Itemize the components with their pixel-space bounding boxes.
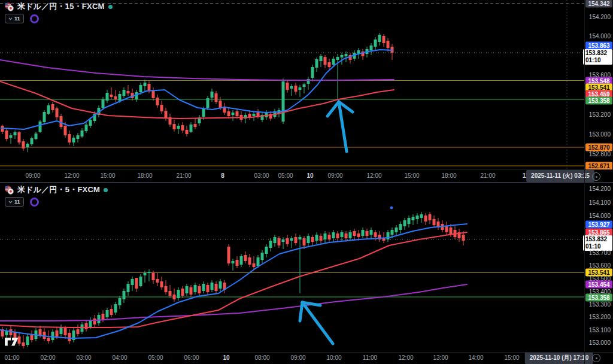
time-tick-label: 21:00	[480, 172, 495, 179]
realtime-clock-button[interactable]	[592, 172, 600, 181]
price-tick-label: 153.700	[589, 250, 611, 256]
time-tick-label: 8	[221, 172, 224, 179]
price-level-badge: 153.927	[585, 221, 612, 229]
price-tick-label: 153.200	[589, 314, 611, 320]
price-level-badge: 154.342	[585, 0, 612, 8]
current-price-badge: 153.83201:10	[583, 235, 612, 251]
time-tick-label: 05:00	[278, 172, 293, 179]
price-tick-label: 153.300	[589, 301, 611, 308]
time-tick-label: 02:00	[40, 354, 55, 361]
usdjpy-flag-icon	[5, 2, 14, 11]
indicator-count-label: 11	[14, 199, 20, 205]
price-tick-label: 154.200	[589, 14, 611, 20]
price-level-badge: 153.863	[585, 42, 612, 50]
usdjpy-flag-icon	[5, 186, 14, 195]
time-axis-panel1[interactable]: 09:0012:0015:0018:0021:00803:0005:001009…	[0, 172, 584, 181]
panel1-axis-divider	[0, 169, 613, 170]
time-tick-label: 09:00	[327, 172, 342, 179]
price-tick-label: 153.000	[589, 131, 611, 138]
time-tick-label: 12:00	[64, 172, 79, 179]
time-tick-label: 10:00	[326, 354, 341, 361]
price-tick-label: 153.200	[589, 111, 611, 118]
time-tick-label: 18:00	[137, 172, 152, 179]
market-status-dot	[104, 188, 108, 192]
chevron-down-icon	[8, 201, 13, 204]
time-tick-label: 12:00	[398, 354, 413, 361]
time-tick-label: 14:00	[468, 354, 483, 361]
loading-spinner-icon	[30, 198, 39, 207]
market-status-dot	[108, 5, 113, 9]
tradingview-watermark-icon	[5, 338, 20, 348]
axis-column-separator	[584, 0, 585, 364]
time-tick-label: 04:00	[112, 354, 127, 361]
panel-separator[interactable]	[0, 182, 613, 183]
symbol-title[interactable]: 米ドル／円・5・FXCM	[17, 184, 100, 195]
time-tick-label: 13:00	[433, 354, 448, 361]
price-tick-label: 154.100	[589, 199, 611, 206]
time-tick-label: 09:00	[290, 354, 305, 361]
time-tick-label: 03:00	[76, 354, 91, 361]
time-tick-label: 15:00	[100, 172, 115, 179]
price-tick-label: 153.000	[589, 339, 611, 346]
red-ma	[0, 81, 394, 119]
candles	[1, 33, 394, 152]
indicator-count-button[interactable]: 11	[5, 14, 24, 23]
price-tick-label: 153.100	[589, 327, 611, 333]
time-tick-label: 01:00	[4, 354, 19, 361]
time-tick-label: 09:00	[25, 172, 40, 179]
panel2-plot[interactable]	[0, 207, 584, 348]
time-tick-label: 11:00	[363, 354, 377, 361]
realtime-clock-button[interactable]	[592, 354, 600, 362]
panel1-plot[interactable]	[0, 0, 584, 169]
time-tick-label: 15:00	[504, 354, 519, 361]
price-tick-label: 154.000	[589, 213, 611, 219]
time-tick-label: 10	[306, 172, 313, 179]
price-tick-label: 153.600	[589, 262, 611, 269]
time-tick-label: 21:00	[176, 172, 191, 179]
symbol-title[interactable]: 米ドル／円・15・FXCM	[17, 1, 105, 12]
chevron-down-icon	[8, 17, 13, 20]
price-tick-label: 154.200	[589, 186, 611, 192]
time-tick-label: 08:00	[254, 354, 269, 361]
indicator-count-label: 11	[14, 16, 20, 22]
time-tick-label: 06:00	[184, 354, 199, 361]
current-price-badge: 153.83201:10	[583, 49, 612, 65]
drawn-arrow[interactable]	[300, 302, 333, 344]
drawn-arrow[interactable]	[327, 102, 353, 151]
trading-platform-window: 米ドル／円・15・FXCM 11 米ドル／円・5・FXCM	[0, 0, 613, 364]
symbol-row[interactable]: 米ドル／円・5・FXCM	[5, 185, 108, 195]
time-tick-label: 12:00	[366, 172, 381, 179]
time-tick-label: 18:00	[441, 172, 456, 179]
price-level-badge: 153.454	[585, 281, 612, 289]
time-tick-label: 10	[223, 354, 229, 361]
alert-dot-marker	[390, 207, 393, 210]
time-tick-label: 15:00	[404, 172, 419, 179]
time-tick-label: 05:00	[148, 354, 163, 361]
last-bar-datetime-badge: 2025-11-10 (月) 17:10	[525, 352, 593, 364]
price-level-badge: 152.671	[585, 162, 612, 170]
time-axis-panel2[interactable]: 01:0002:0003:0004:0005:0006:001008:0009:…	[0, 354, 584, 363]
time-tick-label: 03:00	[254, 172, 269, 179]
symbol-row[interactable]: 米ドル／円・15・FXCM	[5, 2, 113, 11]
panel1-legend: 米ドル／円・15・FXCM 11	[5, 2, 113, 23]
indicator-count-button[interactable]: 11	[5, 197, 24, 207]
loading-spinner-icon	[30, 14, 39, 23]
price-tick-label: 154.000	[589, 33, 611, 40]
price-tick-label: 152.800	[589, 151, 611, 157]
panel2-axis-divider	[0, 352, 613, 353]
panel2-legend: 米ドル／円・5・FXCM 11	[5, 185, 108, 207]
price-level-badge: 153.358	[585, 97, 612, 105]
